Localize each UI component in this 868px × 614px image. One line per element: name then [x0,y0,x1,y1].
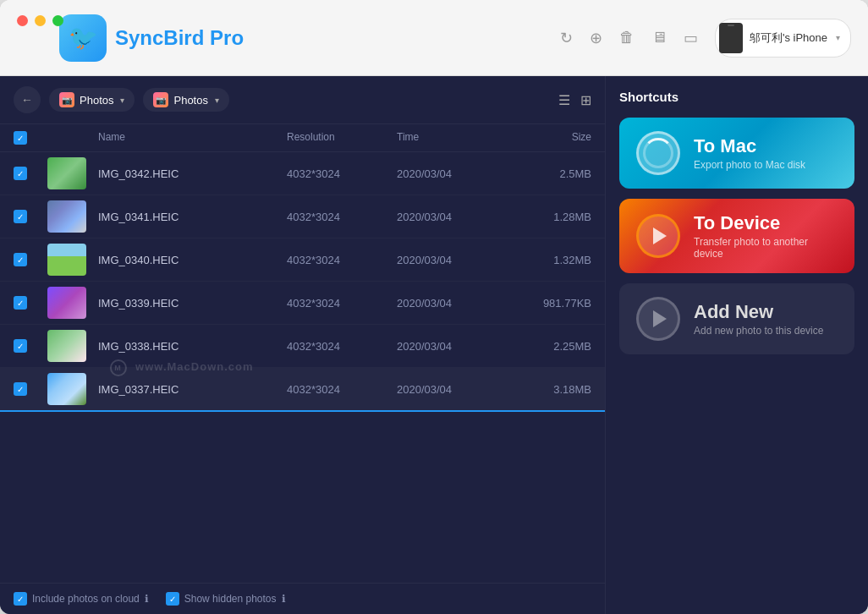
row-time-1: 2020/03/04 [397,211,507,223]
add-new-text: Add New Add new photo to this device [694,301,838,337]
table-header: ✓ Name Resolution Time Size [0,124,605,152]
to-device-subtitle: Transfer photo to another device [694,236,838,260]
shortcuts-panel: Shortcuts To Mac Export photo to Mac dis… [606,76,868,614]
add-new-play-icon [653,310,667,327]
row-thumbnail-4 [47,330,86,362]
view-icons: ☰ ⊞ [558,92,591,108]
table-row[interactable]: ✓ IMG_0341.HEIC 4032*3024 2020/03/04 1.2… [0,195,605,238]
show-hidden-label: Show hidden photos [184,593,277,605]
include-cloud-checkbox[interactable]: ✓ [14,592,27,606]
tablet-icon[interactable]: ▭ [684,29,698,47]
titlebar-actions: ↻ ⊕ 🗑 🖥 ▭ 邬可利's iPhone ▾ [560,19,851,58]
add-icon[interactable]: ⊕ [590,29,602,47]
left-panel: ← 📷 Photos ▾ 📷 Photos ▾ ☰ ⊞ [0,76,606,614]
monitor-icon[interactable]: 🖥 [651,29,667,47]
main-area: ← 📷 Photos ▾ 📷 Photos ▾ ☰ ⊞ [0,76,868,614]
table-row[interactable]: ✓ IMG_0339.HEIC 4032*3024 2020/03/04 981… [0,282,605,325]
row-size-2: 1.32MB [507,254,591,266]
header-check[interactable]: ✓ [14,131,47,145]
source-tab-chevron-icon: ▾ [120,96,124,105]
delete-icon[interactable]: 🗑 [619,29,635,47]
app-title-pro: Pro [204,26,244,49]
minimize-button[interactable] [35,15,46,26]
traffic-lights [17,15,63,26]
row-name-4: IMG_0338.HEIC [98,340,287,353]
row-checkbox-0[interactable]: ✓ [14,167,27,180]
row-name-0: IMG_0342.HEIC [98,167,287,180]
table-row[interactable]: ✓ IMG_0342.HEIC 4032*3024 2020/03/04 2.5… [0,152,605,195]
row-thumbnail-1 [47,200,86,233]
row-size-0: 2.5MB [507,167,591,180]
row-checkbox-5[interactable]: ✓ [14,382,27,396]
footer: ✓ Include photos on cloud ℹ ✓ Show hidde… [0,583,605,614]
to-mac-title: To Mac [694,135,838,157]
table-row[interactable]: ✓ IMG_0338.HEIC 4032*3024 2020/03/04 2.2… [0,325,605,368]
app-logo-icon: 🐦 [59,14,107,62]
show-hidden-checkbox[interactable]: ✓ [166,592,179,606]
dest-tab[interactable]: 📷 Photos ▾ [143,88,228,112]
to-mac-subtitle: Export photo to Mac disk [694,159,838,171]
include-cloud-info-icon[interactable]: ℹ [145,593,149,605]
row-checkbox-4[interactable]: ✓ [14,339,27,353]
shortcuts-title: Shortcuts [619,90,854,104]
row-size-1: 1.28MB [507,211,591,223]
to-device-icon-circle [636,214,680,258]
to-mac-text: To Mac Export photo to Mac disk [694,135,838,171]
header-size: Size [507,131,591,145]
back-icon: ← [21,93,33,107]
show-hidden-info-icon[interactable]: ℹ [282,593,286,605]
add-new-card[interactable]: Add New Add new photo to this device [619,283,854,354]
add-new-title: Add New [694,301,838,323]
row-size-5: 3.18MB [507,383,591,396]
dest-tab-label: Photos [173,94,207,107]
to-device-card[interactable]: To Device Transfer photo to another devi… [619,199,854,273]
photo-table: www.MacDown.com ✓ IMG_0342.HEIC 4032*302… [0,152,605,583]
row-time-3: 2020/03/04 [397,297,507,310]
row-thumbnail-3 [47,287,86,319]
list-view-icon[interactable]: ☰ [558,92,570,108]
to-device-play-icon [653,228,667,244]
app-window: 🐦 SyncBird Pro ↻ ⊕ 🗑 🖥 ▭ 邬可利's iPhone ▾ [0,0,868,614]
header-time: Time [397,131,507,145]
header-resolution: Resolution [287,131,397,145]
maximize-button[interactable] [52,15,63,26]
to-device-text: To Device Transfer photo to another devi… [694,212,838,260]
table-row[interactable]: ✓ IMG_0337.HEIC 4032*3024 2020/03/04 3.1… [0,368,605,412]
row-checkbox-2[interactable]: ✓ [14,253,27,266]
close-button[interactable] [17,15,28,26]
row-checkbox-3[interactable]: ✓ [14,296,27,310]
row-thumbnail-2 [47,244,86,276]
select-all-checkbox[interactable]: ✓ [14,131,27,145]
show-hidden-group: ✓ Show hidden photos ℹ [166,592,286,606]
row-thumbnail-0 [47,157,86,189]
row-size-3: 981.77KB [507,297,591,310]
include-cloud-label: Include photos on cloud [32,593,140,605]
app-title: SyncBird Pro [115,26,244,50]
device-name: 邬可利's iPhone [750,30,827,46]
logo-area: 🐦 SyncBird Pro [59,14,244,62]
source-tab-label: Photos [80,94,113,107]
row-size-4: 2.25MB [507,340,591,353]
row-checkbox-1[interactable]: ✓ [14,210,27,223]
header-thumb [47,131,98,145]
device-selector[interactable]: 邬可利's iPhone ▾ [715,19,851,58]
device-icon [719,23,743,53]
refresh-icon[interactable]: ↻ [560,29,573,47]
add-new-icon-circle [636,297,680,341]
table-row[interactable]: ✓ IMG_0340.HEIC 4032*3024 2020/03/04 1.3… [0,238,605,282]
grid-view-icon[interactable]: ⊞ [580,92,591,108]
back-button[interactable]: ← [14,86,41,113]
toolbar: ← 📷 Photos ▾ 📷 Photos ▾ ☰ ⊞ [0,76,605,124]
dest-tab-icon: 📷 [153,92,168,107]
source-tab[interactable]: 📷 Photos ▾ [49,88,135,112]
row-time-0: 2020/03/04 [397,167,507,180]
row-resolution-1: 4032*3024 [287,211,397,223]
row-resolution-5: 4032*3024 [287,383,397,396]
row-resolution-3: 4032*3024 [287,297,397,310]
row-time-5: 2020/03/04 [397,383,507,396]
row-name-1: IMG_0341.HEIC [98,211,287,223]
header-name: Name [98,131,287,145]
dest-tab-chevron-icon: ▾ [215,96,219,105]
titlebar: 🐦 SyncBird Pro ↻ ⊕ 🗑 🖥 ▭ 邬可利's iPhone ▾ [0,0,868,76]
to-mac-card[interactable]: To Mac Export photo to Mac disk [619,118,854,189]
